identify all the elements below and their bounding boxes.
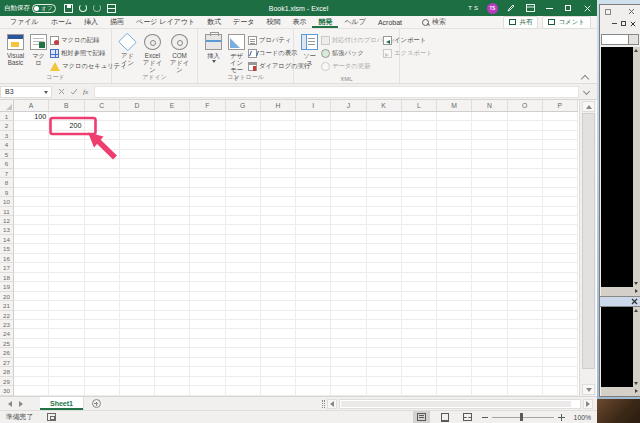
cell-N12[interactable] xyxy=(472,216,507,225)
cell-N27[interactable] xyxy=(472,358,507,367)
cell-M30[interactable] xyxy=(437,386,472,395)
cell-H18[interactable] xyxy=(261,273,296,282)
addins-button[interactable]: アド イン xyxy=(116,32,139,68)
cell-E7[interactable] xyxy=(155,169,190,178)
cell-P25[interactable] xyxy=(543,339,578,348)
cell-N16[interactable] xyxy=(472,254,507,263)
cell-G25[interactable] xyxy=(226,339,261,348)
cell-A30[interactable] xyxy=(14,386,49,395)
cell-F15[interactable] xyxy=(190,244,225,253)
tab-review[interactable]: 校閲 xyxy=(260,16,286,28)
cell-B11[interactable] xyxy=(49,207,84,216)
tab-splitter-handle[interactable] xyxy=(322,400,325,408)
cell-P16[interactable] xyxy=(543,254,578,263)
zoom-level[interactable]: 100% xyxy=(571,414,591,421)
row-header-24[interactable]: 24 xyxy=(0,329,14,338)
cell-M5[interactable] xyxy=(437,150,472,159)
comments-button[interactable]: コメント xyxy=(542,16,591,29)
cell-D15[interactable] xyxy=(120,244,155,253)
cell-E4[interactable] xyxy=(155,140,190,149)
cell-B8[interactable] xyxy=(49,178,84,187)
cell-G21[interactable] xyxy=(226,301,261,310)
cell-L12[interactable] xyxy=(402,216,437,225)
cell-P11[interactable] xyxy=(543,207,578,216)
cell-G12[interactable] xyxy=(226,216,261,225)
cell-J25[interactable] xyxy=(331,339,366,348)
cell-E10[interactable] xyxy=(155,197,190,206)
cell-L14[interactable] xyxy=(402,235,437,244)
cell-I22[interactable] xyxy=(296,311,331,320)
cell-K17[interactable] xyxy=(367,263,402,272)
cell-F5[interactable] xyxy=(190,150,225,159)
cell-B20[interactable] xyxy=(49,292,84,301)
cell-L28[interactable] xyxy=(402,367,437,376)
minimize-button[interactable] xyxy=(543,2,555,14)
cell-G17[interactable] xyxy=(226,263,261,272)
cell-O9[interactable] xyxy=(508,188,543,197)
zoom-in-icon[interactable] xyxy=(558,414,565,421)
tab-file[interactable]: ファイル xyxy=(4,16,45,28)
cell-C20[interactable] xyxy=(85,292,120,301)
cell-B5[interactable] xyxy=(49,150,84,159)
row-header-10[interactable]: 10 xyxy=(0,197,14,206)
close-button[interactable] xyxy=(581,2,593,14)
cell-F23[interactable] xyxy=(190,320,225,329)
cell-E30[interactable] xyxy=(155,386,190,395)
cell-B2[interactable]: 200 xyxy=(49,121,84,130)
ribbon-display-options-icon[interactable] xyxy=(524,2,536,14)
cell-P22[interactable] xyxy=(543,311,578,320)
cell-L10[interactable] xyxy=(402,197,437,206)
cell-G18[interactable] xyxy=(226,273,261,282)
scroll-left-icon[interactable] xyxy=(327,399,337,409)
cell-J29[interactable] xyxy=(331,377,366,386)
tab-formulas[interactable]: 数式 xyxy=(201,16,227,28)
cell-A12[interactable] xyxy=(14,216,49,225)
zoom-slider-thumb[interactable] xyxy=(520,413,523,421)
cell-F22[interactable] xyxy=(190,311,225,320)
cell-J12[interactable] xyxy=(331,216,366,225)
cell-B12[interactable] xyxy=(49,216,84,225)
cell-B14[interactable] xyxy=(49,235,84,244)
row-header-27[interactable]: 27 xyxy=(0,358,14,367)
cell-A29[interactable] xyxy=(14,377,49,386)
horizontal-scrollbar[interactable] xyxy=(322,399,593,409)
cell-C30[interactable] xyxy=(85,386,120,395)
cell-E24[interactable] xyxy=(155,329,190,338)
cell-A5[interactable] xyxy=(14,150,49,159)
cell-G1[interactable] xyxy=(226,112,261,121)
row-header-23[interactable]: 23 xyxy=(0,320,14,329)
cell-P4[interactable] xyxy=(543,140,578,149)
cell-M4[interactable] xyxy=(437,140,472,149)
cell-D19[interactable] xyxy=(120,282,155,291)
cell-O22[interactable] xyxy=(508,311,543,320)
cell-N28[interactable] xyxy=(472,367,507,376)
cell-G28[interactable] xyxy=(226,367,261,376)
row-header-28[interactable]: 28 xyxy=(0,367,14,376)
row-header-21[interactable]: 21 xyxy=(0,301,14,310)
cell-G29[interactable] xyxy=(226,377,261,386)
cell-K21[interactable] xyxy=(367,301,402,310)
cell-P23[interactable] xyxy=(543,320,578,329)
mdi-restore-icon[interactable] xyxy=(621,21,626,26)
cell-G8[interactable] xyxy=(226,178,261,187)
cell-M21[interactable] xyxy=(437,301,472,310)
cell-K28[interactable] xyxy=(367,367,402,376)
cell-D1[interactable] xyxy=(120,112,155,121)
select-all-corner[interactable] xyxy=(0,100,14,111)
cell-L24[interactable] xyxy=(402,329,437,338)
cell-A13[interactable] xyxy=(14,225,49,234)
cell-A19[interactable] xyxy=(14,282,49,291)
cell-F29[interactable] xyxy=(190,377,225,386)
cell-G15[interactable] xyxy=(226,244,261,253)
cell-E12[interactable] xyxy=(155,216,190,225)
confirm-entry-icon[interactable] xyxy=(70,88,78,95)
cell-P5[interactable] xyxy=(543,150,578,159)
cell-B19[interactable] xyxy=(49,282,84,291)
cell-G14[interactable] xyxy=(226,235,261,244)
cell-E23[interactable] xyxy=(155,320,190,329)
cell-M12[interactable] xyxy=(437,216,472,225)
cell-C15[interactable] xyxy=(85,244,120,253)
cell-L8[interactable] xyxy=(402,178,437,187)
vertical-scroll-thumb[interactable] xyxy=(582,113,595,369)
cell-H24[interactable] xyxy=(261,329,296,338)
